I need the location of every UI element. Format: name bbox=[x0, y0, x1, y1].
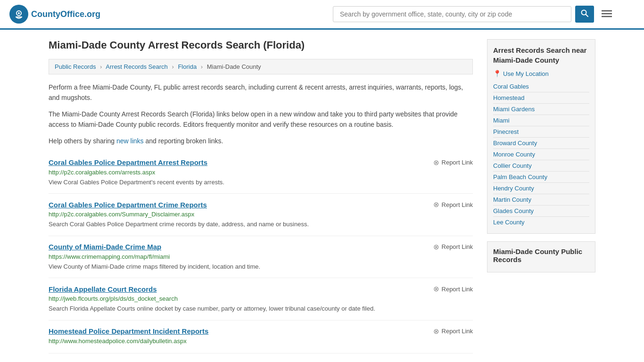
results-list: Coral Gables Police Department Arrest Re… bbox=[49, 152, 473, 354]
menu-button[interactable] bbox=[598, 6, 616, 22]
report-link-button-0[interactable]: ⊗ Report Link bbox=[433, 158, 473, 167]
breadcrumb-arrest-records[interactable]: Arrest Records Search bbox=[106, 63, 168, 70]
sidebar-link-12[interactable]: Lee County bbox=[493, 217, 589, 228]
sidebar-nearby-section: Arrest Records Search near Miami-Dade Co… bbox=[487, 39, 595, 234]
site-header: CountyOffice.org bbox=[0, 0, 644, 30]
new-links-link[interactable]: new links bbox=[116, 137, 144, 145]
desc-suffix: and reporting broken links. bbox=[144, 137, 223, 145]
result-title-1[interactable]: Coral Gables Police Department Crime Rep… bbox=[49, 201, 207, 209]
desc-prefix: Help others by sharing bbox=[49, 137, 116, 145]
sidebar-link-0[interactable]: Coral Gables bbox=[493, 81, 589, 92]
result-url-2[interactable]: https://www.crimemapping.com/map/fl/miam… bbox=[49, 253, 473, 260]
sidebar: Arrest Records Search near Miami-Dade Co… bbox=[487, 39, 595, 354]
result-header: Florida Appellate Court Records ⊗ Report… bbox=[49, 285, 473, 293]
sidebar-link-1[interactable]: Homestead bbox=[493, 92, 589, 104]
report-label-4: Report Link bbox=[442, 328, 473, 335]
result-title-3[interactable]: Florida Appellate Court Records bbox=[49, 285, 157, 293]
logo-area: CountyOffice.org bbox=[9, 5, 100, 24]
result-header: Coral Gables Police Department Crime Rep… bbox=[49, 200, 473, 209]
breadcrumb-public-records[interactable]: Public Records bbox=[55, 63, 96, 70]
report-label-3: Report Link bbox=[442, 286, 473, 293]
result-header: Homestead Police Department Incident Rep… bbox=[49, 327, 473, 336]
result-url-4[interactable]: http://www.homesteadpolice.com/dailybull… bbox=[49, 337, 473, 345]
breadcrumb-florida[interactable]: Florida bbox=[178, 63, 197, 70]
sidebar-link-9[interactable]: Hendry County bbox=[493, 183, 589, 194]
hamburger-icon bbox=[602, 10, 612, 17]
svg-line-5 bbox=[586, 15, 588, 17]
breadcrumb-sep-3: › bbox=[201, 63, 203, 70]
logo-suffix: .org bbox=[84, 9, 100, 19]
sidebar-link-6[interactable]: Monroe County bbox=[493, 149, 589, 160]
logo-brand: CountyOffice bbox=[31, 9, 84, 19]
result-item: Coral Gables Police Department Crime Rep… bbox=[49, 194, 473, 236]
result-item: County of Miami-Dade Crime Map ⊗ Report … bbox=[49, 236, 473, 279]
use-my-location-link[interactable]: 📍 Use My Location bbox=[493, 70, 589, 77]
breadcrumb-current: Miami-Dade County bbox=[207, 63, 261, 70]
report-link-button-4[interactable]: ⊗ Report Link bbox=[433, 327, 473, 336]
search-button[interactable] bbox=[575, 6, 594, 23]
description-para-3: Help others by sharing new links and rep… bbox=[49, 136, 473, 146]
report-icon-4: ⊗ bbox=[433, 327, 439, 336]
report-link-button-3[interactable]: ⊗ Report Link bbox=[433, 285, 473, 293]
result-desc-1: Search Coral Gables Police Department cr… bbox=[49, 220, 473, 229]
sidebar-link-5[interactable]: Broward County bbox=[493, 138, 589, 149]
result-title-2[interactable]: County of Miami-Dade Crime Map bbox=[49, 243, 161, 251]
result-desc-0: View Coral Gables Police Department's re… bbox=[49, 178, 473, 187]
report-label-2: Report Link bbox=[442, 243, 473, 250]
result-title-0[interactable]: Coral Gables Police Department Arrest Re… bbox=[49, 158, 207, 166]
report-link-button-2[interactable]: ⊗ Report Link bbox=[433, 243, 473, 251]
report-icon-2: ⊗ bbox=[433, 243, 439, 251]
result-header: Coral Gables Police Department Arrest Re… bbox=[49, 158, 473, 167]
search-area bbox=[333, 6, 616, 23]
breadcrumb-sep-2: › bbox=[172, 63, 173, 70]
report-label-0: Report Link bbox=[442, 159, 473, 166]
logo-svg bbox=[12, 8, 25, 21]
sidebar-link-11[interactable]: Glades County bbox=[493, 206, 589, 217]
result-title-4[interactable]: Homestead Police Department Incident Rep… bbox=[49, 327, 208, 335]
result-url-1[interactable]: http://p2c.coralgables.com/Summary_Discl… bbox=[49, 211, 473, 218]
sidebar-link-3[interactable]: Miami bbox=[493, 115, 589, 126]
report-icon-1: ⊗ bbox=[433, 200, 439, 209]
result-item: Homestead Police Department Incident Rep… bbox=[49, 321, 473, 354]
description-para-2: The Miami-Dade County Arrest Records Sea… bbox=[49, 109, 473, 130]
page-title: Miami-Dade County Arrest Records Search … bbox=[49, 39, 473, 51]
sidebar-link-10[interactable]: Martin County bbox=[493, 194, 589, 206]
result-url-0[interactable]: http://p2c.coralgables.com/arrests.aspx bbox=[49, 169, 473, 176]
sidebar-link-7[interactable]: Collier County bbox=[493, 160, 589, 172]
logo-icon bbox=[9, 5, 28, 24]
sidebar-link-8[interactable]: Palm Beach County bbox=[493, 172, 589, 183]
sidebar-public-records-section: Miami-Dade County Public Records bbox=[487, 241, 595, 272]
sidebar-public-title: Miami-Dade County Public Records bbox=[493, 247, 589, 263]
search-input[interactable] bbox=[333, 6, 571, 22]
pin-icon: 📍 bbox=[493, 70, 501, 77]
main-wrapper: Miami-Dade County Arrest Records Search … bbox=[39, 30, 605, 362]
svg-point-2 bbox=[18, 12, 20, 14]
search-icon bbox=[581, 9, 588, 17]
result-item: Florida Appellate Court Records ⊗ Report… bbox=[49, 278, 473, 321]
sidebar-link-2[interactable]: Miami Gardens bbox=[493, 104, 589, 115]
report-link-button-1[interactable]: ⊗ Report Link bbox=[433, 200, 473, 209]
sidebar-link-4[interactable]: Pinecrest bbox=[493, 126, 589, 138]
result-url-3[interactable]: http://jweb.flcourts.org/pls/ds/ds_docke… bbox=[49, 295, 473, 302]
result-item: Coral Gables Police Department Arrest Re… bbox=[49, 152, 473, 194]
result-desc-3: Search Florida Appellate Courts online d… bbox=[49, 304, 473, 313]
content-area: Miami-Dade County Arrest Records Search … bbox=[49, 39, 473, 354]
logo-text: CountyOffice.org bbox=[31, 9, 100, 19]
report-icon-0: ⊗ bbox=[433, 158, 439, 167]
breadcrumb-sep-1: › bbox=[100, 63, 102, 70]
report-icon-3: ⊗ bbox=[433, 285, 439, 293]
use-location-text: Use My Location bbox=[503, 70, 549, 77]
sidebar-nearby-links: Coral GablesHomesteadMiami GardensMiamiP… bbox=[493, 81, 589, 228]
sidebar-nearby-title: Arrest Records Search near Miami-Dade Co… bbox=[493, 45, 589, 65]
result-desc-2: View County of Miami-Dade crime maps fil… bbox=[49, 262, 473, 272]
report-label-1: Report Link bbox=[442, 201, 473, 208]
description-para-1: Perform a free Miami-Dade County, FL pub… bbox=[49, 82, 473, 103]
result-header: County of Miami-Dade Crime Map ⊗ Report … bbox=[49, 243, 473, 251]
breadcrumb: Public Records › Arrest Records Search ›… bbox=[49, 59, 473, 74]
